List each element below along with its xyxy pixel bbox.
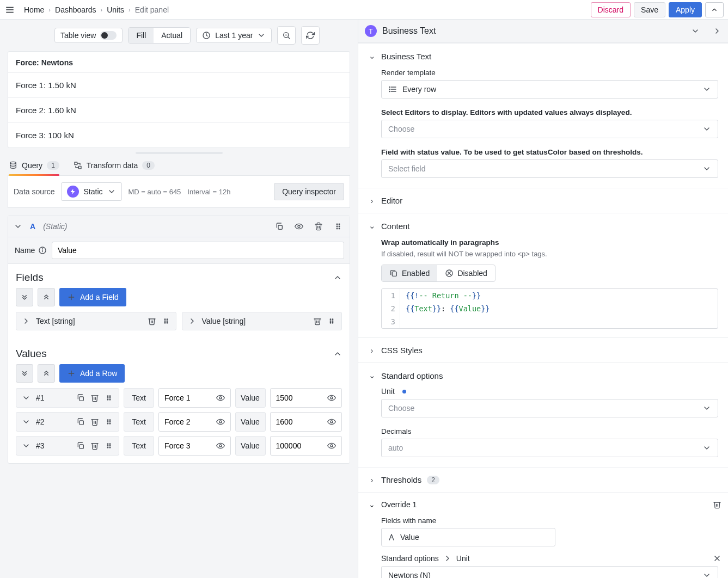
row-value-input[interactable] (276, 417, 328, 426)
drag-icon[interactable] (105, 441, 113, 450)
row-text-input[interactable] (164, 417, 216, 426)
trash-icon[interactable] (313, 317, 322, 325)
save-button[interactable]: Save (634, 2, 665, 17)
drag-icon[interactable] (162, 317, 170, 325)
menu-toggle[interactable] (2, 2, 17, 17)
unit-select[interactable]: Choose (381, 399, 718, 417)
collapse-all-button[interactable] (16, 364, 33, 383)
discard-button[interactable]: Discard (591, 2, 631, 17)
trash-icon[interactable] (90, 417, 99, 426)
section-business-text[interactable]: ⌄ Business Text (368, 49, 728, 65)
chevron-up-icon[interactable] (333, 273, 342, 282)
eye-icon[interactable] (216, 441, 225, 450)
row-text-input[interactable] (164, 393, 216, 402)
svg-point-53 (219, 421, 222, 423)
chevron-right-icon (443, 554, 452, 563)
row-index-chip[interactable]: #1 (16, 388, 119, 408)
datasource-picker[interactable]: Static (61, 182, 121, 201)
section-content[interactable]: ⌄ Content (368, 219, 728, 235)
value-col-label: Value (235, 436, 266, 456)
svg-point-28 (167, 323, 168, 324)
table-view-toggle[interactable]: Table view (54, 28, 123, 43)
resize-handle[interactable] (0, 150, 358, 156)
svg-point-29 (330, 319, 331, 320)
section-css[interactable]: › CSS Styles (368, 343, 728, 359)
duplicate-icon[interactable] (76, 441, 85, 450)
chevron-down-icon (702, 85, 711, 94)
override-path-b: Unit (456, 554, 470, 563)
render-template-select[interactable]: Every row (381, 80, 718, 99)
field-pill-text[interactable]: Text [string] (16, 312, 176, 330)
tab-query[interactable]: Query 1 (9, 161, 59, 175)
breadcrumb-home[interactable]: Home (24, 5, 44, 14)
section-standard-options[interactable]: ⌄ Standard options (368, 368, 728, 385)
drag-icon[interactable] (105, 417, 113, 426)
tab-transform[interactable]: Transform data 0 (74, 161, 155, 175)
query-inspector-button[interactable]: Query inspector (274, 183, 344, 200)
add-field-label: Add a Field (80, 293, 119, 302)
duplicate-icon[interactable] (273, 220, 285, 232)
add-row-button[interactable]: Add a Row (59, 364, 125, 383)
eye-icon[interactable] (293, 220, 305, 232)
actual-button[interactable]: Actual (154, 28, 190, 43)
row-text-input[interactable] (164, 441, 216, 450)
row-index-chip[interactable]: #2 (16, 412, 119, 432)
duplicate-icon[interactable] (76, 417, 85, 426)
collapse-all-button[interactable] (16, 288, 33, 306)
editors-select[interactable]: Choose (381, 120, 718, 138)
apply-button[interactable]: Apply (669, 2, 702, 17)
chevron-right-icon[interactable] (713, 27, 721, 35)
field-pill-value[interactable]: Value [string] (182, 312, 342, 330)
trash-icon[interactable] (90, 441, 99, 450)
eye-icon[interactable] (216, 393, 225, 402)
chevron-up-icon[interactable] (333, 349, 342, 358)
status-field-select[interactable]: Select field (381, 159, 718, 178)
wrap-enabled[interactable]: Enabled (382, 265, 437, 281)
close-icon[interactable] (713, 554, 721, 563)
refresh-button[interactable] (301, 26, 320, 45)
double-chevron-down-icon (20, 293, 29, 302)
zoom-out-button[interactable] (277, 26, 296, 45)
eye-icon[interactable] (327, 393, 336, 402)
trash-icon[interactable] (148, 317, 156, 325)
chevron-down-icon[interactable] (691, 27, 700, 35)
expand-all-button[interactable] (38, 288, 55, 306)
svg-rect-71 (392, 272, 396, 276)
switch-icon[interactable] (100, 31, 117, 40)
row-text-input-wrap (158, 412, 231, 432)
add-field-button[interactable]: Add a Field (59, 288, 126, 306)
time-range-picker[interactable]: Last 1 year (196, 28, 272, 43)
breadcrumb-dashboards[interactable]: Dashboards (55, 5, 96, 14)
preview-row: Force 2: 1.60 kN (8, 97, 350, 122)
override-unit-select[interactable]: Newtons (N) (381, 566, 718, 578)
breadcrumb-units[interactable]: Units (107, 5, 124, 14)
drag-icon[interactable] (105, 393, 113, 402)
trash-icon[interactable] (713, 500, 721, 509)
enabled-label: Enabled (402, 269, 430, 278)
section-thresholds[interactable]: › Thresholds 2 (368, 473, 728, 489)
section-editor[interactable]: › Editor (368, 194, 728, 210)
duplicate-icon[interactable] (76, 393, 85, 402)
eye-icon[interactable] (327, 417, 336, 426)
fill-button[interactable]: Fill (129, 28, 154, 43)
wrap-disabled[interactable]: Disabled (437, 265, 494, 281)
row-index-chip[interactable]: #3 (16, 436, 119, 456)
chevron-down-icon (257, 31, 266, 40)
drag-icon[interactable] (327, 317, 336, 325)
section-override[interactable]: Override 1 (381, 500, 417, 509)
chevron-down-icon[interactable] (14, 222, 22, 231)
decimals-select[interactable]: auto (381, 439, 718, 457)
query-name-input[interactable] (52, 242, 344, 259)
expand-all-button[interactable] (38, 364, 55, 383)
override-field-select[interactable]: Value (381, 528, 555, 546)
content-code-editor[interactable]: 1{{!-- Return --}} 2{{Text}}: {{Value}} … (381, 288, 718, 329)
trash-icon[interactable] (90, 393, 99, 402)
trash-icon[interactable] (313, 220, 325, 232)
collapse-options-button[interactable] (705, 2, 724, 17)
eye-icon[interactable] (216, 417, 225, 426)
row-value-input[interactable] (276, 441, 328, 450)
info-icon[interactable] (38, 246, 47, 255)
row-value-input[interactable] (276, 393, 328, 402)
eye-icon[interactable] (327, 441, 336, 450)
drag-icon[interactable] (332, 220, 344, 232)
